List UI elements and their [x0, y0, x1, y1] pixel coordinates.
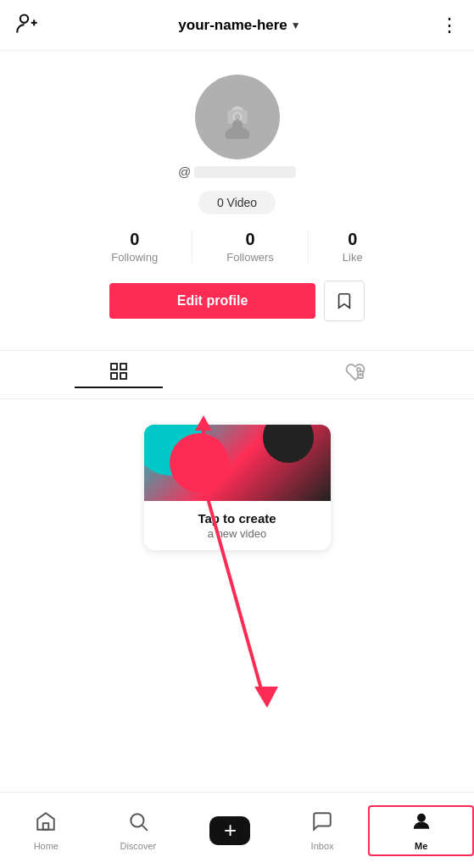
home-icon [35, 810, 57, 837]
chevron-down-icon: ▼ [291, 19, 301, 31]
video-content-area: Tap to create a new video [0, 399, 474, 576]
svg-point-15 [360, 374, 361, 376]
tab-grid[interactable] [75, 361, 163, 388]
avatar [195, 75, 280, 159]
add-user-icon[interactable] [15, 12, 39, 39]
edit-profile-button[interactable]: Edit profile [109, 283, 316, 319]
create-button[interactable]: + [209, 816, 250, 845]
svg-rect-13 [120, 373, 126, 379]
bookmark-button[interactable] [324, 281, 365, 321]
nav-item-me[interactable]: Me [368, 805, 474, 856]
svg-rect-10 [111, 364, 117, 370]
more-options-icon[interactable]: ⋮ [440, 14, 459, 36]
nav-item-inbox[interactable]: Inbox [276, 804, 369, 858]
home-label: Home [34, 841, 59, 851]
create-video-card[interactable]: Tap to create a new video [144, 425, 331, 550]
svg-point-0 [20, 14, 28, 22]
card-image [144, 425, 331, 501]
username-display: @ [178, 164, 296, 179]
card-title: Tap to create [154, 511, 321, 526]
svg-rect-11 [120, 364, 126, 370]
header: your-name-here ▼ ⋮ [0, 0, 474, 51]
bottom-nav: Home Discover + Inbox [0, 792, 474, 868]
stats-row: 0 Following 0 Followers 0 Like [17, 230, 457, 264]
svg-marker-19 [254, 687, 278, 708]
inbox-label: Inbox [311, 841, 334, 851]
nav-item-home[interactable]: Home [0, 804, 92, 858]
tab-private[interactable] [311, 362, 399, 387]
svg-rect-20 [43, 823, 49, 830]
svg-rect-7 [233, 109, 240, 112]
svg-point-9 [231, 120, 242, 130]
svg-point-23 [417, 814, 425, 821]
following-stat[interactable]: 0 Following [77, 230, 192, 264]
followers-stat[interactable]: 0 Followers [192, 230, 309, 264]
content-tabs [0, 350, 474, 399]
video-count-badge: 0 Video [198, 191, 276, 214]
svg-point-6 [234, 114, 240, 120]
profile-section: @ 0 Video 0 Following 0 Followers 0 Like… [0, 51, 474, 350]
nav-item-create[interactable]: + [184, 810, 276, 852]
svg-point-21 [131, 814, 143, 826]
svg-line-22 [142, 825, 148, 830]
likes-stat[interactable]: 0 Like [309, 230, 397, 264]
me-icon [410, 810, 432, 837]
discover-label: Discover [120, 841, 156, 851]
inbox-icon [311, 810, 333, 837]
nav-item-discover[interactable]: Discover [92, 804, 185, 858]
username-header[interactable]: your-name-here ▼ [178, 17, 300, 34]
search-icon [127, 810, 149, 837]
card-subtitle: a new video [154, 527, 321, 540]
me-label: Me [415, 841, 427, 851]
svg-rect-12 [111, 373, 117, 379]
action-row: Edit profile [109, 281, 365, 321]
